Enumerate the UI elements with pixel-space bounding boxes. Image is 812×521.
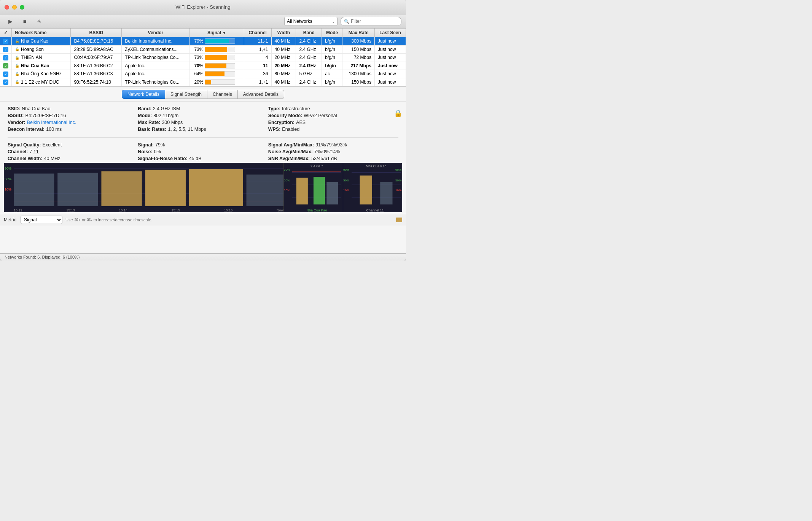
row-width: 20 MHz (271, 54, 296, 62)
detail-col2-1: Signal Quality: Excellent Channel: 7 11 … (8, 142, 138, 161)
chart-panel2: 2.4 GHz 90% 50% 10% (284, 163, 343, 212)
checkbox[interactable]: ✓ (3, 47, 8, 52)
tab-advanced-details[interactable]: Advanced Details (238, 90, 284, 99)
stop-button[interactable]: ■ (19, 17, 30, 25)
col-width[interactable]: Width (271, 29, 296, 37)
svg-rect-15 (326, 182, 338, 204)
vendor-link[interactable]: Belkin International Inc. (27, 120, 76, 125)
row-mode: b/g/n (322, 54, 342, 62)
chart-timestamps: 15:12 15:13 15:14 15:15 15:16 Now (14, 208, 283, 212)
table-header: ✓ Network Name BSSID Vendor Signal ▼ Cha… (0, 29, 406, 37)
basicrates-label: Basic Rates: (138, 127, 166, 132)
table-row[interactable]: ✓ 🔒 Nha Cua Kao B4:75:0E:8E:7D:16 Belkin… (0, 37, 406, 46)
p2-50: 50% (284, 179, 290, 182)
col-lastseen[interactable]: Last Seen (374, 29, 406, 37)
chart-label-50: 50% (5, 177, 11, 181)
maxrate-label: Max Rate: (138, 120, 160, 125)
metric-hint: Use ⌘+ or ⌘- to increase/decrease timesc… (65, 218, 393, 222)
col-maxrate[interactable]: Max Rate (342, 29, 375, 37)
checkbox[interactable]: ✓ (3, 63, 8, 68)
signal-avg-label: Signal Avg/Min/Max: (268, 142, 314, 148)
network-filter-dropdown[interactable]: All Networks ⌄ (284, 17, 338, 26)
maximize-button[interactable] (20, 5, 24, 10)
row-mode: b/g/n (322, 62, 342, 70)
detail-col-1: SSID: Nha Cua Kao BSSID: B4:75:0E:8E:7D:… (8, 106, 138, 132)
col-mode[interactable]: Mode (322, 29, 342, 37)
col-bssid[interactable]: BSSID (71, 29, 122, 37)
checkbox[interactable]: ✓ (3, 39, 8, 44)
p3-l-90: 90% (343, 168, 349, 172)
table-row[interactable]: ✓ 🔒 Nhà Ông Kao 5GHz 88:1F:A1:36:B6:C3 A… (0, 70, 406, 78)
row-maxrate: 300 Mbps (342, 37, 375, 46)
table-row[interactable]: ✓ 🔒 Nha Cua Kao 88:1F:A1:36:B6:C2 Apple … (0, 62, 406, 70)
row-check-cell: ✓ (0, 37, 12, 46)
detail-col-3: Type: Infrastructure Security Mode: WPA2… (268, 106, 398, 132)
network-name: THIEN AN (21, 55, 42, 60)
row-mode: b/g/n (322, 78, 342, 86)
noise-avg-label: Noise Avg/Min/Max: (268, 149, 313, 154)
tab-channels[interactable]: Channels (207, 90, 238, 99)
row-band: 2.4 GHz (296, 45, 322, 54)
ts-1: 15:12 (14, 208, 22, 212)
row-bssid: 88:1F:A1:36:B6:C3 (71, 70, 122, 78)
checkbox[interactable]: ✓ (3, 55, 8, 60)
ts-3: 15:14 (119, 208, 127, 212)
detail-mode: Mode: 802.11b/g/n (138, 113, 268, 118)
table-row[interactable]: ✓ 🔒 1.1 E2 cc MY DUC 90:F6:52:25:74:10 T… (0, 78, 406, 86)
detail-basicrates: Basic Rates: 1, 2, 5.5, 11 Mbps (138, 127, 268, 132)
row-lastseen: Just now (374, 62, 406, 70)
row-mode: b/g/n (322, 37, 342, 46)
play-button[interactable]: ▶ (5, 17, 16, 25)
row-check-cell: ✓ (0, 78, 12, 86)
window-title: WiFi Explorer - Scanning (176, 4, 231, 10)
lock-icon-detail: 🔒 (394, 109, 402, 118)
detail-noise: Noise: 0% (138, 149, 268, 154)
vendor-label: Vendor: (8, 120, 25, 125)
row-maxrate: 72 Mbps (342, 54, 375, 62)
network-name: Hoang Son (21, 47, 44, 52)
close-button[interactable] (5, 5, 9, 10)
svg-rect-8 (189, 169, 243, 206)
detail-signal-pct: Signal: 79% (138, 142, 268, 148)
search-input[interactable] (351, 19, 406, 24)
chart-section: 90% 50% 10% (4, 163, 402, 212)
checkbox[interactable]: ✓ (3, 79, 8, 85)
band-value: 2.4 GHz ISM (153, 106, 180, 111)
chevron-down-icon: ⌄ (332, 19, 335, 24)
search-box[interactable]: 🔍 (341, 17, 401, 26)
col-band[interactable]: Band (296, 29, 322, 37)
minimize-button[interactable] (12, 5, 17, 10)
row-maxrate: 150 Mbps (342, 78, 375, 86)
mode-value: 802.11b/g/n (153, 113, 178, 118)
row-vendor: TP-Link Technologies Co... (122, 54, 189, 62)
tab-signal-strength[interactable]: Signal Strength (165, 90, 207, 99)
network-table-section: ✓ Network Name BSSID Vendor Signal ▼ Cha… (0, 29, 406, 87)
metric-color-swatch (396, 218, 402, 222)
signal-pct: 20% (193, 79, 203, 85)
metric-select[interactable]: Signal (21, 216, 62, 224)
ts-now: Now (277, 208, 283, 212)
tab-network-details[interactable]: Network Details (122, 90, 165, 99)
signal-bar-fill (205, 71, 224, 76)
col-signal[interactable]: Signal ▼ (189, 29, 244, 37)
svg-rect-13 (296, 178, 308, 204)
row-signal: 64% (189, 70, 244, 78)
col-channel[interactable]: Channel (244, 29, 271, 37)
row-name-cell: 🔒 Nhà Ông Kao 5GHz (12, 70, 71, 78)
table-row[interactable]: ✓ 🔒 THIEN AN C0:4A:00:6F:79:A7 TP-Link T… (0, 54, 406, 62)
row-lastseen: Just now (374, 37, 406, 46)
detail-section: Network Details Signal Strength Channels… (0, 87, 406, 253)
refresh-button[interactable]: ✳ (33, 17, 45, 25)
table-row[interactable]: ✓ 🔒 Hoang Son 28:28:5D:89:A8:AC ZyXEL Co… (0, 45, 406, 54)
checkbox[interactable]: ✓ (3, 71, 8, 77)
signal-bar-fill (205, 47, 227, 52)
row-vendor: ZyXEL Communications... (122, 45, 189, 54)
signal-bar-bg (205, 71, 235, 76)
signal-pct: 73% (193, 55, 203, 60)
chart-label-90: 90% (5, 167, 11, 170)
col-vendor[interactable]: Vendor (122, 29, 189, 37)
row-band: 2.4 GHz (296, 54, 322, 62)
channel-width-value: 40 MHz (44, 156, 61, 161)
col-network-name[interactable]: Network Name (12, 29, 71, 37)
row-maxrate: 1300 Mbps (342, 70, 375, 78)
